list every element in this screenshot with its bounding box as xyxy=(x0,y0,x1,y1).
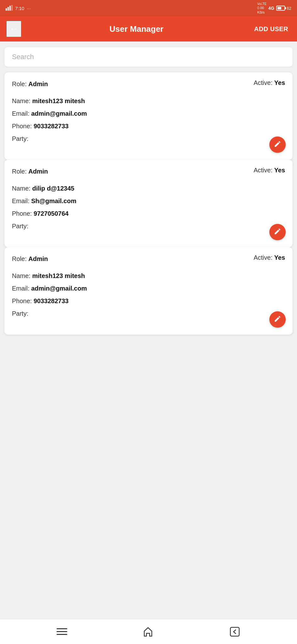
edit-icon xyxy=(274,315,281,324)
svg-rect-0 xyxy=(6,8,7,11)
battery-icon xyxy=(276,6,285,11)
status-right: VoLTE 0.00KB/s 4G 62 xyxy=(257,2,291,14)
card-top-row: Role: Admin Active: Yes xyxy=(12,79,285,92)
back-button[interactable]: ← xyxy=(6,21,21,37)
add-user-button[interactable]: ADD USER xyxy=(252,23,291,35)
user-card: Role: Admin Active: Yes Name: dilip d@12… xyxy=(4,160,293,247)
main-content: Role: Admin Active: Yes Name: mitesh123 … xyxy=(0,42,297,619)
hamburger-icon xyxy=(57,628,67,635)
back-nav-icon xyxy=(229,626,240,637)
back-nav-button[interactable] xyxy=(226,623,244,641)
email-field: Email: admin@gmail.com xyxy=(12,109,285,118)
bottom-nav xyxy=(0,619,297,644)
top-app-bar: ← User Manager ADD USER xyxy=(0,16,297,42)
role-field: Role: Admin xyxy=(12,79,48,89)
edit-icon xyxy=(274,228,281,236)
home-icon xyxy=(142,626,154,637)
svg-rect-2 xyxy=(9,6,11,11)
menu-button[interactable] xyxy=(53,625,70,638)
status-time: 7:10 xyxy=(15,6,24,11)
search-container xyxy=(4,47,293,67)
name-field: Name: dilip d@12345 xyxy=(12,184,285,193)
card-top-row: Role: Admin Active: Yes xyxy=(12,167,285,179)
status-bar: 7:10 ··· VoLTE 0.00KB/s 4G 62 xyxy=(0,0,297,16)
phone-field: Phone: 9033282733 xyxy=(12,121,285,131)
status-dots: ··· xyxy=(27,6,31,11)
active-field: Active: Yes xyxy=(254,254,285,267)
battery-level: 62 xyxy=(287,6,291,11)
search-input[interactable] xyxy=(12,53,285,61)
page-title: User Manager xyxy=(21,24,252,34)
role-field: Role: Admin xyxy=(12,254,48,264)
phone-field: Phone: 9033282733 xyxy=(12,296,285,306)
email-field: Email: Sh@gmail.com xyxy=(12,196,285,206)
card-top-row: Role: Admin Active: Yes xyxy=(12,254,285,267)
svg-rect-3 xyxy=(11,5,13,11)
phone-field: Phone: 9727050764 xyxy=(12,209,285,218)
email-field: Email: admin@gmail.com xyxy=(12,284,285,293)
name-field: Name: mitesh123 mitesh xyxy=(12,271,285,280)
party-field: Party: xyxy=(12,309,285,318)
name-field: Name: mitesh123 mitesh xyxy=(12,96,285,106)
user-list: Role: Admin Active: Yes Name: mitesh123 … xyxy=(4,72,293,335)
svg-rect-4 xyxy=(230,627,239,636)
4g-label: 4G xyxy=(268,6,274,11)
user-card: Role: Admin Active: Yes Name: mitesh123 … xyxy=(4,247,293,335)
active-field: Active: Yes xyxy=(254,167,285,179)
status-left: 7:10 ··· xyxy=(6,5,31,12)
edit-button[interactable] xyxy=(269,224,286,240)
edit-button[interactable] xyxy=(269,136,286,153)
svg-rect-1 xyxy=(8,7,9,11)
edit-button[interactable] xyxy=(269,311,286,328)
edit-icon xyxy=(274,140,281,149)
active-field: Active: Yes xyxy=(254,79,285,92)
party-field: Party: xyxy=(12,134,285,143)
home-button[interactable] xyxy=(139,623,157,641)
signal-icon xyxy=(6,5,13,12)
party-field: Party: xyxy=(12,221,285,231)
role-field: Role: Admin xyxy=(12,167,48,176)
network-label: VoLTE 0.00KB/s xyxy=(257,2,267,14)
user-card: Role: Admin Active: Yes Name: mitesh123 … xyxy=(4,72,293,160)
